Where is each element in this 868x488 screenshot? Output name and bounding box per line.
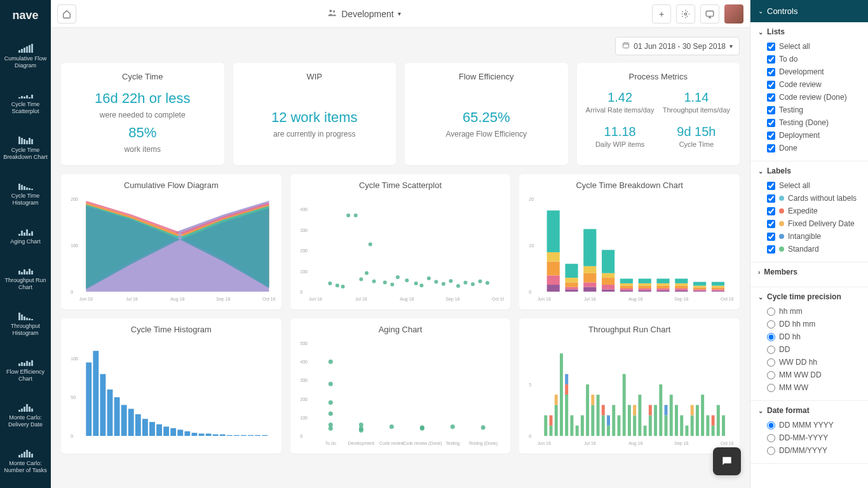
precision-radio[interactable]: MM WW bbox=[758, 381, 860, 394]
precision-radio[interactable]: hh mm bbox=[758, 305, 860, 318]
dateformat-radio[interactable]: DD MMM YYYY bbox=[758, 419, 860, 431]
svg-rect-65 bbox=[602, 273, 614, 278]
label-checkbox[interactable]: Intangible bbox=[758, 230, 860, 243]
chart-cfd[interactable]: Cumulative Flow Diagram 0100200Jun 18Jul… bbox=[61, 174, 281, 309]
svg-rect-116 bbox=[163, 426, 169, 436]
precision-radio[interactable]: DD bbox=[758, 343, 860, 356]
svg-rect-110 bbox=[121, 405, 127, 436]
section-labels[interactable]: ⌄Labels bbox=[758, 166, 860, 175]
metric-label: Cycle Time bbox=[661, 140, 732, 149]
label-checkbox[interactable]: Expedite bbox=[758, 205, 860, 217]
svg-point-134 bbox=[328, 360, 332, 364]
list-checkbox[interactable]: Testing (Done) bbox=[758, 116, 860, 129]
list-checkbox[interactable]: Testing bbox=[758, 104, 860, 116]
chart-histogram[interactable]: Cycle Time Histogram 050100 bbox=[61, 318, 281, 454]
svg-rect-170 bbox=[576, 426, 579, 436]
svg-point-28 bbox=[427, 276, 431, 280]
svg-rect-50 bbox=[547, 252, 560, 262]
svg-rect-196 bbox=[681, 416, 684, 436]
svg-rect-188 bbox=[649, 416, 652, 436]
svg-point-32 bbox=[456, 284, 460, 288]
nav-item-2[interactable]: Cycle Time Breakdown Chart bbox=[0, 123, 51, 168]
precision-radio[interactable]: MM WW DD bbox=[758, 369, 860, 381]
section-members[interactable]: ›Members bbox=[758, 268, 860, 276]
svg-rect-85 bbox=[675, 283, 688, 286]
chat-button[interactable] bbox=[713, 447, 741, 475]
controls-header[interactable]: ⌄ Controls bbox=[750, 0, 868, 22]
svg-rect-178 bbox=[607, 426, 610, 436]
card-title: Process Metrics bbox=[585, 72, 733, 81]
dateformat-radio[interactable]: DD/MM/YYYY bbox=[758, 444, 860, 457]
svg-rect-106 bbox=[93, 351, 98, 436]
svg-text:Jun 18: Jun 18 bbox=[79, 297, 93, 301]
svg-rect-179 bbox=[607, 416, 610, 426]
svg-rect-111 bbox=[128, 409, 134, 436]
svg-rect-201 bbox=[702, 395, 705, 436]
list-checkbox[interactable]: Code review bbox=[758, 78, 860, 91]
controls-title: Controls bbox=[767, 6, 797, 16]
display-button[interactable] bbox=[700, 4, 719, 24]
nav-item-9[interactable]: Monte Carlo: Number of Tasks bbox=[0, 436, 51, 482]
list-checkbox[interactable]: Deployment bbox=[758, 129, 860, 142]
svg-point-16 bbox=[328, 281, 332, 285]
label-checkbox[interactable]: Cards without labels bbox=[758, 192, 860, 205]
section-lists[interactable]: ⌄Lists bbox=[758, 27, 860, 36]
list-checkbox[interactable]: Select all bbox=[758, 40, 860, 53]
nav-item-1[interactable]: Cycle Time Scatterplot bbox=[0, 77, 51, 123]
list-checkbox[interactable]: Development bbox=[758, 65, 860, 78]
nav-item-5[interactable]: Throughput Run Chart bbox=[0, 253, 51, 299]
svg-rect-80 bbox=[657, 283, 670, 286]
nav-item-4[interactable]: Aging Chart bbox=[0, 214, 51, 253]
section-precision[interactable]: ⌄Cycle time precision bbox=[758, 292, 860, 301]
svg-rect-54 bbox=[566, 282, 578, 287]
label-checkbox[interactable]: Standard bbox=[758, 243, 860, 255]
chevron-down-icon: ▾ bbox=[398, 10, 401, 17]
nav-item-0[interactable]: Cumulative Flow Diagram bbox=[0, 31, 51, 77]
metric-value: 1.42 bbox=[585, 90, 656, 105]
date-range-picker[interactable]: 01 Jun 2018 - 30 Sep 2018 ▾ bbox=[615, 37, 740, 55]
precision-radio[interactable]: DD hh mm bbox=[758, 318, 860, 330]
svg-rect-3 bbox=[706, 11, 714, 16]
nav-item-7[interactable]: Flow Efficiency Chart bbox=[0, 344, 51, 390]
list-checkbox[interactable]: Done bbox=[758, 142, 860, 154]
workspace-name[interactable]: Development bbox=[341, 9, 394, 19]
card-title: Flow Efficiency bbox=[412, 72, 560, 81]
svg-rect-126 bbox=[234, 435, 240, 436]
chart-breakdown[interactable]: Cycle Time Breakdown Chart 01020Jun 18Ju… bbox=[519, 174, 740, 309]
chart-title: Throughput Run Chart bbox=[526, 325, 733, 334]
label-dot bbox=[779, 247, 784, 252]
dateformat-radio[interactable]: DD-MM-YYYY bbox=[758, 431, 860, 444]
chart-scatter[interactable]: Cycle Time Scatterplot 0100200300400Jun … bbox=[290, 174, 511, 309]
label-checkbox[interactable]: Fixed Delivery Date bbox=[758, 217, 860, 230]
settings-button[interactable] bbox=[676, 4, 695, 24]
svg-text:0: 0 bbox=[529, 434, 532, 438]
home-button[interactable] bbox=[57, 4, 76, 24]
precision-radio[interactable]: WW DD hh bbox=[758, 356, 860, 369]
section-dateformat[interactable]: ⌄Date format bbox=[758, 406, 860, 415]
svg-text:Jun 18: Jun 18 bbox=[308, 297, 322, 301]
nav-item-3[interactable]: Cycle Time Histogram bbox=[0, 168, 51, 214]
list-checkbox[interactable]: Code review (Done) bbox=[758, 91, 860, 104]
list-checkbox[interactable]: To do bbox=[758, 53, 860, 65]
svg-point-14 bbox=[353, 214, 357, 217]
precision-radio[interactable]: DD hh bbox=[758, 330, 860, 343]
nav-item-6[interactable]: Throughput Histogram bbox=[0, 299, 51, 344]
svg-rect-86 bbox=[675, 279, 688, 283]
brand-logo: nave bbox=[0, 0, 51, 31]
svg-text:0: 0 bbox=[529, 290, 532, 294]
svg-point-18 bbox=[341, 285, 344, 288]
nav-item-8[interactable]: Monte Carlo: Delivery Date bbox=[0, 390, 51, 436]
add-button[interactable]: + bbox=[652, 4, 671, 24]
avatar[interactable] bbox=[724, 4, 743, 24]
svg-rect-124 bbox=[220, 435, 226, 436]
svg-text:Sep 18: Sep 18 bbox=[216, 297, 230, 302]
chart-aging[interactable]: Aging Chart 0100200300400500To doDevelop… bbox=[290, 318, 511, 454]
svg-point-21 bbox=[372, 280, 376, 283]
svg-text:Oct 18: Oct 18 bbox=[262, 297, 275, 301]
chart-throughput[interactable]: Throughput Run Chart 05Jun 18Jul 18Aug 1… bbox=[519, 318, 740, 454]
metric-value: 9d 15h bbox=[661, 125, 732, 139]
svg-rect-108 bbox=[107, 390, 113, 436]
label-dot bbox=[779, 234, 784, 239]
label-checkbox[interactable]: Select all bbox=[758, 179, 860, 192]
chart-title: Cycle Time Histogram bbox=[67, 325, 275, 334]
